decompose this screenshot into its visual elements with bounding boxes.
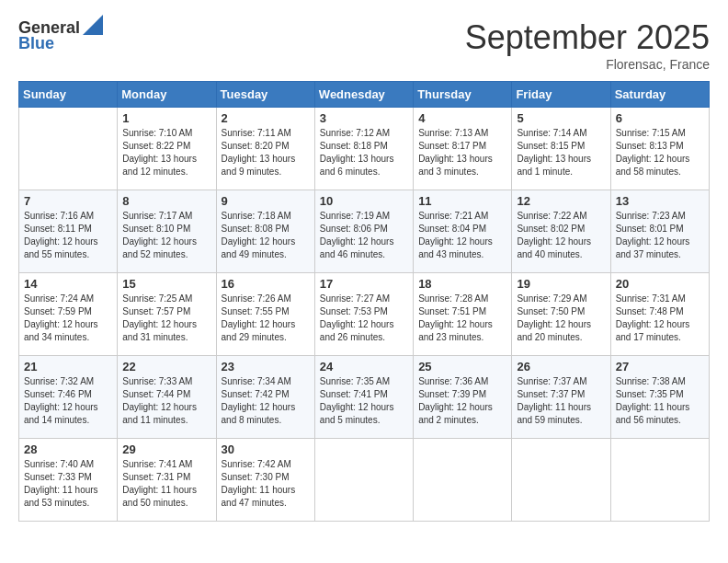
calendar-cell: 25 Sunrise: 7:36 AMSunset: 7:39 PMDaylig…	[414, 356, 512, 439]
logo-icon	[83, 15, 103, 35]
day-info: Sunrise: 7:38 AMSunset: 7:35 PMDaylight:…	[616, 376, 690, 425]
calendar-cell	[414, 439, 512, 522]
day-number: 2	[222, 111, 310, 125]
day-info: Sunrise: 7:22 AMSunset: 8:02 PMDaylight:…	[517, 211, 591, 259]
day-number: 5	[517, 111, 605, 125]
day-info: Sunrise: 7:11 AMSunset: 8:20 PMDaylight:…	[222, 128, 296, 177]
calendar-cell: 17 Sunrise: 7:27 AMSunset: 7:53 PMDaylig…	[314, 273, 413, 356]
calendar-cell: 19 Sunrise: 7:29 AMSunset: 7:50 PMDaylig…	[512, 273, 610, 356]
day-number: 4	[418, 111, 506, 125]
calendar-cell: 29 Sunrise: 7:41 AMSunset: 7:31 PMDaylig…	[118, 439, 216, 522]
day-info: Sunrise: 7:24 AMSunset: 7:59 PMDaylight:…	[24, 293, 98, 342]
calendar-cell: 15 Sunrise: 7:25 AMSunset: 7:57 PMDaylig…	[118, 273, 216, 356]
calendar-cell	[610, 439, 709, 522]
calendar-cell: 3 Sunrise: 7:12 AMSunset: 8:18 PMDayligh…	[314, 108, 413, 190]
day-info: Sunrise: 7:10 AMSunset: 8:22 PMDaylight:…	[122, 128, 197, 177]
column-header-sunday: Sunday	[19, 82, 118, 108]
day-number: 22	[122, 360, 210, 373]
calendar-cell: 9 Sunrise: 7:18 AMSunset: 8:08 PMDayligh…	[216, 190, 314, 273]
day-info: Sunrise: 7:12 AMSunset: 8:18 PMDaylight:…	[320, 128, 394, 177]
calendar-week-row: 21 Sunrise: 7:32 AMSunset: 7:46 PMDaylig…	[19, 356, 710, 439]
day-number: 9	[222, 194, 310, 208]
month-title: September 2025	[465, 18, 710, 57]
calendar-cell	[19, 108, 118, 190]
day-number: 14	[24, 277, 112, 291]
day-info: Sunrise: 7:37 AMSunset: 7:37 PMDaylight:…	[517, 376, 591, 425]
page-header: General Blue September 2025 Florensac, F…	[18, 18, 710, 72]
day-number: 13	[616, 194, 704, 208]
day-number: 23	[222, 360, 310, 373]
day-number: 28	[24, 442, 112, 456]
day-info: Sunrise: 7:13 AMSunset: 8:17 PMDaylight:…	[418, 128, 493, 177]
day-info: Sunrise: 7:21 AMSunset: 8:04 PMDaylight:…	[418, 211, 493, 259]
column-header-saturday: Saturday	[610, 82, 709, 108]
calendar-week-row: 28 Sunrise: 7:40 AMSunset: 7:33 PMDaylig…	[19, 439, 710, 522]
day-number: 19	[517, 277, 605, 291]
day-info: Sunrise: 7:15 AMSunset: 8:13 PMDaylight:…	[616, 128, 690, 177]
day-number: 3	[320, 111, 408, 125]
calendar-cell: 23 Sunrise: 7:34 AMSunset: 7:42 PMDaylig…	[216, 356, 314, 439]
day-number: 8	[122, 194, 210, 208]
calendar-cell: 18 Sunrise: 7:28 AMSunset: 7:51 PMDaylig…	[414, 273, 512, 356]
calendar-header-row: SundayMondayTuesdayWednesdayThursdayFrid…	[19, 82, 710, 108]
day-number: 27	[616, 360, 704, 373]
calendar-cell: 24 Sunrise: 7:35 AMSunset: 7:41 PMDaylig…	[314, 356, 413, 439]
day-info: Sunrise: 7:14 AMSunset: 8:15 PMDaylight:…	[517, 128, 591, 177]
day-info: Sunrise: 7:18 AMSunset: 8:08 PMDaylight:…	[222, 211, 296, 259]
column-header-wednesday: Wednesday	[314, 82, 413, 108]
day-info: Sunrise: 7:41 AMSunset: 7:31 PMDaylight:…	[122, 459, 197, 508]
day-number: 18	[418, 277, 506, 291]
column-header-friday: Friday	[512, 82, 610, 108]
day-info: Sunrise: 7:28 AMSunset: 7:51 PMDaylight:…	[418, 293, 493, 342]
day-number: 25	[418, 360, 506, 373]
day-info: Sunrise: 7:25 AMSunset: 7:57 PMDaylight:…	[122, 293, 197, 342]
calendar-cell: 10 Sunrise: 7:19 AMSunset: 8:06 PMDaylig…	[314, 190, 413, 273]
calendar-cell: 8 Sunrise: 7:17 AMSunset: 8:10 PMDayligh…	[118, 190, 216, 273]
day-number: 30	[222, 442, 310, 456]
day-info: Sunrise: 7:35 AMSunset: 7:41 PMDaylight:…	[320, 376, 394, 425]
column-header-tuesday: Tuesday	[216, 82, 314, 108]
day-number: 7	[24, 194, 112, 208]
day-info: Sunrise: 7:27 AMSunset: 7:53 PMDaylight:…	[320, 293, 394, 342]
calendar-week-row: 1 Sunrise: 7:10 AMSunset: 8:22 PMDayligh…	[19, 108, 710, 190]
calendar-week-row: 7 Sunrise: 7:16 AMSunset: 8:11 PMDayligh…	[19, 190, 710, 273]
day-info: Sunrise: 7:16 AMSunset: 8:11 PMDaylight:…	[24, 211, 98, 259]
day-number: 26	[517, 360, 605, 373]
day-info: Sunrise: 7:34 AMSunset: 7:42 PMDaylight:…	[222, 376, 296, 425]
calendar-cell: 21 Sunrise: 7:32 AMSunset: 7:46 PMDaylig…	[19, 356, 118, 439]
calendar-cell: 30 Sunrise: 7:42 AMSunset: 7:30 PMDaylig…	[216, 439, 314, 522]
day-number: 21	[24, 360, 112, 373]
calendar-cell: 22 Sunrise: 7:33 AMSunset: 7:44 PMDaylig…	[118, 356, 216, 439]
calendar-cell: 7 Sunrise: 7:16 AMSunset: 8:11 PMDayligh…	[19, 190, 118, 273]
calendar-cell: 11 Sunrise: 7:21 AMSunset: 8:04 PMDaylig…	[414, 190, 512, 273]
day-number: 6	[616, 111, 704, 125]
calendar-cell: 12 Sunrise: 7:22 AMSunset: 8:02 PMDaylig…	[512, 190, 610, 273]
calendar-cell: 5 Sunrise: 7:14 AMSunset: 8:15 PMDayligh…	[512, 108, 610, 190]
calendar-cell: 6 Sunrise: 7:15 AMSunset: 8:13 PMDayligh…	[610, 108, 709, 190]
calendar-cell: 1 Sunrise: 7:10 AMSunset: 8:22 PMDayligh…	[118, 108, 216, 190]
calendar-cell: 13 Sunrise: 7:23 AMSunset: 8:01 PMDaylig…	[610, 190, 709, 273]
day-number: 16	[222, 277, 310, 291]
day-info: Sunrise: 7:26 AMSunset: 7:55 PMDaylight:…	[222, 293, 296, 342]
calendar-week-row: 14 Sunrise: 7:24 AMSunset: 7:59 PMDaylig…	[19, 273, 710, 356]
day-number: 17	[320, 277, 408, 291]
day-info: Sunrise: 7:32 AMSunset: 7:46 PMDaylight:…	[24, 376, 98, 425]
logo: General Blue	[18, 18, 103, 53]
day-info: Sunrise: 7:36 AMSunset: 7:39 PMDaylight:…	[418, 376, 493, 425]
title-block: September 2025 Florensac, France	[465, 18, 710, 72]
day-info: Sunrise: 7:23 AMSunset: 8:01 PMDaylight:…	[616, 211, 690, 259]
calendar-cell	[314, 439, 413, 522]
day-info: Sunrise: 7:17 AMSunset: 8:10 PMDaylight:…	[122, 211, 197, 259]
day-number: 20	[616, 277, 704, 291]
calendar-cell: 27 Sunrise: 7:38 AMSunset: 7:35 PMDaylig…	[610, 356, 709, 439]
location-subtitle: Florensac, France	[465, 57, 710, 72]
day-info: Sunrise: 7:19 AMSunset: 8:06 PMDaylight:…	[320, 211, 394, 259]
calendar-cell: 28 Sunrise: 7:40 AMSunset: 7:33 PMDaylig…	[19, 439, 118, 522]
day-number: 1	[122, 111, 210, 125]
day-number: 15	[122, 277, 210, 291]
calendar-table: SundayMondayTuesdayWednesdayThursdayFrid…	[18, 81, 710, 522]
day-info: Sunrise: 7:33 AMSunset: 7:44 PMDaylight:…	[122, 376, 197, 425]
calendar-cell: 20 Sunrise: 7:31 AMSunset: 7:48 PMDaylig…	[610, 273, 709, 356]
calendar-cell: 14 Sunrise: 7:24 AMSunset: 7:59 PMDaylig…	[19, 273, 118, 356]
calendar-cell	[512, 439, 610, 522]
